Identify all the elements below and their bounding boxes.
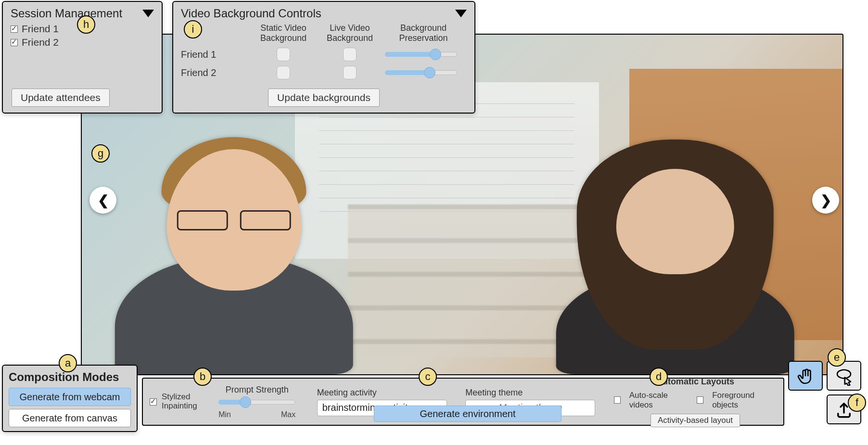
lasso-cursor-icon — [834, 366, 854, 386]
chevron-right-icon: ❯ — [820, 192, 831, 208]
callout-d: d — [650, 368, 668, 386]
callout-f: f — [848, 394, 866, 412]
move-tool-button[interactable] — [788, 361, 823, 391]
stylized-label: Stylized Inpainting — [162, 393, 197, 410]
chevron-left-icon: ❮ — [98, 192, 109, 208]
callout-i: i — [184, 20, 202, 38]
hand-icon — [795, 366, 816, 386]
meeting-activity-label: Meeting activity — [317, 388, 451, 398]
prompt-strength-label: Prompt Strength — [226, 385, 289, 395]
update-backgrounds-button[interactable]: Update backgrounds — [268, 89, 380, 107]
vbc-row-label: Friend 2 — [181, 67, 248, 78]
vbc-title: Video Background Controls — [181, 7, 321, 20]
auto-scale-label: Auto-scale videos — [629, 391, 689, 410]
vbc-row-label: Friend 1 — [181, 49, 248, 60]
attendee-checkbox[interactable] — [11, 39, 18, 46]
col-preserve: Background Preservation — [385, 23, 462, 43]
composition-title: Composition Modes — [9, 370, 131, 384]
bg-preservation-slider[interactable] — [385, 67, 457, 78]
auto-layouts-title: Automatic Layouts — [656, 377, 734, 387]
callout-h: h — [77, 15, 95, 34]
auto-scale-checkbox[interactable] — [614, 396, 621, 404]
live-bg-checkbox[interactable] — [343, 48, 357, 61]
bg-preservation-slider[interactable] — [385, 49, 457, 60]
strength-min: Min — [218, 410, 231, 419]
attendee-label: Friend 2 — [22, 37, 59, 48]
meeting-theme-label: Meeting theme — [465, 388, 600, 398]
collapse-icon[interactable] — [455, 10, 467, 17]
activity-layout-button[interactable]: Activity-based layout — [651, 414, 740, 427]
composition-modes-panel: Composition Modes Generate from webcam G… — [2, 365, 138, 432]
generate-environment-button[interactable]: Generate environment — [374, 406, 562, 422]
col-static: Static Video Background — [252, 23, 315, 43]
callout-e: e — [828, 348, 846, 367]
attendee-checkbox[interactable] — [11, 25, 18, 33]
static-bg-checkbox[interactable] — [277, 48, 290, 61]
generate-from-webcam-button[interactable]: Generate from webcam — [9, 388, 131, 406]
callout-c: c — [419, 368, 437, 386]
foreground-checkbox[interactable] — [697, 396, 703, 404]
attendee-row: Friend 2 — [11, 37, 154, 48]
callout-g: g — [91, 144, 110, 163]
prompt-strength-slider[interactable] — [218, 397, 295, 407]
callout-b: b — [193, 368, 212, 386]
col-live: Live Video Background — [319, 23, 381, 43]
stylized-inpainting-checkbox[interactable] — [150, 398, 157, 406]
live-bg-checkbox[interactable] — [343, 66, 357, 79]
strength-max: Max — [281, 410, 295, 419]
callout-a: a — [59, 354, 77, 372]
foreground-label: Foreground objects — [712, 391, 777, 410]
tool-cluster — [788, 361, 865, 424]
next-button[interactable]: ❯ — [812, 187, 839, 214]
video-bg-controls-panel: Video Background Controls Static Video B… — [172, 1, 475, 114]
collapse-icon[interactable] — [142, 10, 154, 17]
participant-right — [546, 130, 804, 374]
static-bg-checkbox[interactable] — [277, 66, 290, 79]
prev-button[interactable]: ❮ — [89, 187, 116, 214]
update-attendees-button[interactable]: Update attendees — [12, 89, 110, 107]
generate-from-canvas-button[interactable]: Generate from canvas — [9, 409, 131, 427]
attendee-label: Friend 1 — [22, 23, 59, 35]
bottom-bar: Stylized Inpainting Prompt Strength Min … — [142, 378, 784, 426]
session-title: Session Management — [11, 7, 122, 20]
participant-left — [104, 130, 363, 374]
